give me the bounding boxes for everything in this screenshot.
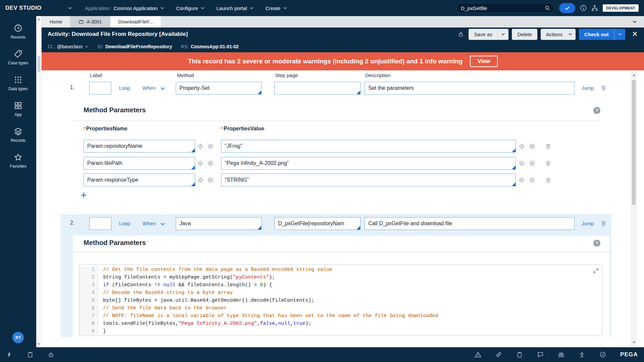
- delete-step-icon[interactable]: [600, 85, 607, 91]
- add-parameter-button[interactable]: +: [80, 190, 87, 200]
- tab-case-a3001[interactable]: A-3001: [70, 16, 110, 27]
- sidebar-item-data-types[interactable]: Data types: [0, 70, 36, 96]
- scroll-down-arrow[interactable]: [631, 340, 636, 345]
- target-icon[interactable]: [519, 177, 525, 183]
- content-scrollbar[interactable]: [631, 72, 637, 346]
- delete-step-icon[interactable]: [600, 220, 607, 227]
- sidebar-item-records[interactable]: Records: [0, 122, 36, 148]
- code-text[interactable]: tools.sendFile(fileBytes,"Pega Infinity_…: [98, 320, 311, 327]
- code-text[interactable]: String fileContents = myStepPage.getStri…: [98, 274, 275, 281]
- binoculars-icon[interactable]: [558, 351, 565, 358]
- jump-link[interactable]: Jump: [582, 217, 594, 230]
- code-text[interactable]: // NOTE: fileName is a local variable of…: [98, 312, 438, 320]
- trash-icon[interactable]: [545, 143, 551, 149]
- target-icon[interactable]: [197, 160, 204, 167]
- check-out-chevron-icon[interactable]: [614, 29, 625, 40]
- description-input[interactable]: [365, 82, 575, 95]
- jump-link[interactable]: Jump: [582, 81, 594, 95]
- trash-icon[interactable]: [545, 160, 551, 167]
- tab-downloadfile[interactable]: DownloadFileF...: [110, 16, 162, 27]
- sidebar-item-recents[interactable]: Recents: [0, 19, 36, 45]
- close-icon[interactable]: ✕: [632, 31, 638, 38]
- delete-button[interactable]: Delete: [512, 29, 537, 40]
- code-text[interactable]: // Get the file contents from the data p…: [98, 266, 332, 274]
- link-icon[interactable]: [495, 351, 502, 358]
- trash-icon[interactable]: [545, 177, 551, 183]
- user-avatar[interactable]: P7: [12, 332, 24, 343]
- gear-icon[interactable]: [529, 160, 535, 167]
- param-name-input[interactable]: [84, 157, 195, 170]
- scrollbar-thumb[interactable]: [37, 56, 41, 72]
- view-warnings-button[interactable]: View: [470, 56, 497, 67]
- gear-icon[interactable]: [529, 143, 535, 149]
- lightning-icon[interactable]: [6, 351, 13, 358]
- warning-triangle-icon[interactable]: [475, 351, 481, 358]
- chat-icon[interactable]: [537, 351, 544, 358]
- when-chevron-icon[interactable]: [160, 85, 166, 92]
- help-icon[interactable]: ?: [593, 107, 600, 114]
- scrollbar-thumb[interactable]: [632, 80, 636, 205]
- actions-button[interactable]: Actions: [541, 29, 576, 40]
- param-value-input[interactable]: [221, 174, 516, 186]
- sidebar-item-favorites[interactable]: Favorites: [0, 148, 36, 174]
- robot-icon[interactable]: [48, 351, 54, 358]
- loop-link[interactable]: Loop: [119, 81, 130, 95]
- param-value-input[interactable]: [221, 140, 516, 153]
- create-menu[interactable]: Create: [265, 5, 287, 11]
- search-icon[interactable]: [545, 5, 550, 11]
- tab-home[interactable]: Home: [42, 16, 70, 27]
- class-field[interactable]: CL: @baseclass: [48, 44, 89, 49]
- method-input[interactable]: [176, 82, 262, 95]
- tab-overflow-chevron-icon[interactable]: [632, 19, 637, 24]
- expand-icon[interactable]: [593, 268, 599, 274]
- integration-map-icon[interactable]: [591, 5, 598, 11]
- target-icon[interactable]: [519, 143, 525, 149]
- step-page-input[interactable]: [274, 82, 361, 95]
- when-link[interactable]: When: [143, 81, 156, 95]
- method-input[interactable]: [176, 217, 262, 230]
- help-icon[interactable]: ?: [593, 240, 600, 247]
- clipboard-icon[interactable]: [27, 351, 34, 358]
- param-value-input[interactable]: [221, 157, 516, 170]
- loop-link[interactable]: Loop: [119, 217, 130, 230]
- search-submit-button[interactable]: [559, 3, 575, 13]
- param-name-input[interactable]: [84, 174, 195, 186]
- sidebar-item-app[interactable]: App: [0, 96, 36, 122]
- sidebar-item-case-types[interactable]: Case types: [0, 45, 36, 70]
- target-icon[interactable]: [519, 160, 525, 167]
- nav-scrollbar[interactable]: [36, 16, 42, 347]
- java-code-editor[interactable]: 1// Get the file contents from the data …: [79, 264, 602, 336]
- scroll-up-arrow[interactable]: [631, 73, 636, 77]
- code-text[interactable]: }: [98, 327, 106, 335]
- info-icon[interactable]: [580, 5, 587, 11]
- save-as-chevron-icon[interactable]: [497, 29, 508, 40]
- code-text[interactable]: if (fileContents != null && fileContents…: [98, 281, 272, 289]
- application-menu[interactable]: Cosmos Application: [113, 5, 165, 11]
- configure-menu[interactable]: Configure: [176, 5, 205, 11]
- gear-icon[interactable]: [529, 177, 535, 183]
- step-number[interactable]: 2.: [70, 220, 74, 226]
- status-circle-icon[interactable]: [599, 351, 606, 358]
- code-text[interactable]: byte[] fileBytes = java.util.Base64.getD…: [98, 297, 314, 304]
- accessibility-icon[interactable]: [579, 351, 585, 358]
- scroll-down-arrow[interactable]: [36, 342, 41, 347]
- gear-icon[interactable]: [207, 143, 214, 149]
- gear-icon[interactable]: [207, 177, 214, 183]
- studio-switcher-chevron-icon[interactable]: [68, 6, 72, 10]
- param-name-input[interactable]: [84, 140, 195, 153]
- step-label-input[interactable]: [89, 82, 111, 95]
- launch-portal-menu[interactable]: Launch portal: [216, 5, 254, 11]
- search-input[interactable]: [461, 5, 545, 11]
- target-icon[interactable]: [197, 143, 204, 149]
- check-out-button[interactable]: Check out: [579, 29, 614, 40]
- code-text[interactable]: // Decode the Base64 string to a byte ar…: [98, 289, 233, 297]
- when-link[interactable]: When: [143, 217, 156, 230]
- code-text[interactable]: // Send the file data back to the browse…: [98, 304, 227, 312]
- description-input[interactable]: [365, 217, 575, 230]
- save-as-button[interactable]: Save as: [469, 29, 497, 40]
- when-chevron-icon[interactable]: [160, 221, 166, 227]
- step-label-input[interactable]: [89, 217, 111, 230]
- step-number[interactable]: 1.: [70, 84, 74, 90]
- target-icon[interactable]: [197, 177, 204, 183]
- paste-icon[interactable]: [516, 351, 523, 358]
